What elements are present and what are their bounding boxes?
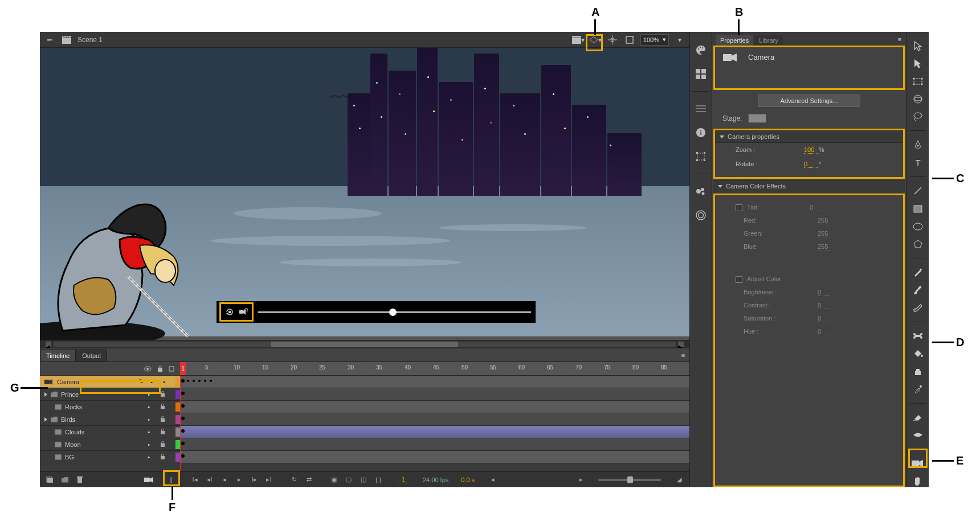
saturation-value[interactable]: 0 (818, 315, 831, 322)
keyframe-dot[interactable] (181, 417, 185, 420)
layer-color-swatch[interactable] (175, 440, 180, 449)
layer-visible-dot[interactable]: • (148, 416, 150, 423)
paint-brush-tool-icon[interactable] (910, 302, 925, 314)
onion-outline-icon[interactable]: ▢ (343, 474, 354, 486)
layer-lock-icon[interactable] (160, 416, 165, 422)
layer-color-swatch[interactable] (175, 415, 180, 424)
brush-library-icon[interactable] (694, 184, 708, 198)
layer-color-swatch[interactable] (175, 453, 180, 462)
layer-track[interactable] (180, 388, 689, 400)
tween-span[interactable] (180, 426, 689, 438)
layer-visible-dot[interactable]: • (148, 404, 150, 410)
brightness-value[interactable]: 0 (818, 289, 831, 296)
camera-tool-icon[interactable] (910, 458, 925, 470)
scroll-left-icon[interactable]: ◂ (487, 474, 499, 486)
zoom-timeline-slider[interactable] (598, 479, 661, 481)
keyframe-dot[interactable] (181, 392, 185, 395)
info-icon[interactable]: i (694, 126, 708, 139)
layer-color-swatch[interactable] (175, 427, 180, 437)
brush-tool-icon[interactable] (910, 284, 925, 296)
tab-properties[interactable]: Properties (716, 35, 753, 46)
play-icon[interactable]: ▸ (234, 474, 245, 486)
layer-track[interactable] (180, 438, 689, 450)
layer-name-cell[interactable]: Moon• (40, 438, 180, 450)
visibility-column-icon[interactable] (144, 366, 152, 372)
rectangle-tool-icon[interactable] (910, 203, 925, 215)
stage-hscroll[interactable]: ◂ ▸ (40, 340, 689, 348)
modify-markers-icon[interactable]: [ ] (373, 474, 384, 486)
tab-output[interactable]: Output (76, 350, 107, 361)
paint-bucket-tool-icon[interactable] (910, 348, 925, 360)
swatches-icon[interactable] (694, 67, 708, 81)
tint-red-value[interactable]: 255 (818, 217, 831, 224)
stage-area[interactable]: ◂ ▸ (40, 48, 689, 348)
ink-bottle-tool-icon[interactable] (910, 365, 925, 377)
timeline-ruler[interactable]: 1 510152025303540455055606570758085 (180, 362, 689, 375)
contrast-value[interactable]: 0 (818, 302, 831, 309)
lock-column-icon[interactable] (157, 365, 163, 372)
align-icon[interactable] (694, 102, 708, 116)
delete-layer-icon[interactable] (74, 474, 85, 486)
keyframe-dot[interactable] (210, 380, 212, 382)
rotate-camera-icon[interactable] (224, 306, 235, 318)
layer-name-cell[interactable]: Camera✎•• (40, 376, 180, 388)
oval-tool-icon[interactable] (910, 220, 925, 232)
keyframe-dot[interactable] (181, 379, 185, 383)
layer-name-cell[interactable]: Birds• (40, 413, 180, 425)
onion-skin-icon[interactable]: ▣ (328, 474, 340, 486)
lasso-tool-icon[interactable] (910, 110, 925, 122)
timeline-layer-row[interactable]: Rocks• (40, 401, 689, 413)
layer-visible-dot[interactable]: • (150, 379, 153, 385)
line-tool-icon[interactable] (910, 185, 925, 197)
pencil-tool-icon[interactable] (910, 266, 925, 278)
tint-green-value[interactable]: 255 (818, 230, 831, 237)
panel-menu-icon[interactable]: ≡ (893, 33, 906, 46)
width-tool-icon[interactable] (910, 429, 925, 441)
loop-range-icon[interactable]: ⇄ (303, 474, 315, 486)
layer-visible-dot[interactable]: • (148, 391, 150, 398)
layer-track[interactable] (180, 451, 689, 463)
camera-zoom-slider[interactable] (258, 311, 531, 313)
layer-lock-icon[interactable] (160, 454, 165, 460)
eyedropper-tool-icon[interactable] (910, 383, 925, 395)
layer-name-cell[interactable]: Clouds• (40, 426, 180, 438)
camera-toggle-footer-icon[interactable] (144, 474, 155, 486)
layer-track[interactable] (180, 426, 689, 438)
zoom-menu-icon[interactable]: ▾ (673, 34, 686, 46)
layer-name-cell[interactable]: BG• (40, 451, 180, 463)
layer-color-swatch[interactable] (175, 377, 180, 387)
tab-library[interactable]: Library (754, 35, 783, 46)
prev-frame-icon[interactable]: ◂I (204, 474, 215, 486)
advanced-settings-button[interactable]: Advanced Settings... (758, 94, 860, 107)
pen-tool-icon[interactable] (910, 139, 925, 151)
fps-display[interactable]: 24.00 fps (423, 476, 448, 483)
timeline-layer-row[interactable]: Clouds• (40, 426, 689, 438)
outline-column-icon[interactable] (169, 366, 174, 372)
layer-lock-icon[interactable] (160, 404, 165, 410)
expand-icon[interactable] (44, 417, 47, 422)
text-tool-icon[interactable]: T (910, 157, 925, 168)
playhead-marker[interactable]: 1 (180, 362, 186, 375)
selection-tool-icon[interactable] (910, 40, 925, 52)
timeline-layer-row[interactable]: Camera✎•• (40, 376, 689, 388)
layer-name-cell[interactable]: Rocks• (40, 401, 180, 413)
keyframe-dot[interactable] (181, 454, 185, 458)
loop-icon[interactable]: ↻ (288, 474, 300, 486)
hand-tool-icon[interactable] (910, 475, 925, 487)
timeline-layer-row[interactable]: Birds• (40, 413, 689, 426)
tint-value[interactable]: 0 (810, 204, 823, 211)
bone-tool-icon[interactable] (910, 330, 925, 342)
keyframe-dot[interactable] (193, 380, 195, 382)
keyframe-dot[interactable] (181, 404, 185, 408)
tint-blue-value[interactable]: 255 (818, 243, 831, 250)
layer-track[interactable] (180, 376, 689, 388)
tab-timeline[interactable]: Timeline (40, 350, 76, 361)
scene-clapboard-icon[interactable] (60, 34, 73, 46)
zoom-dropdown[interactable]: 100% ▾ (640, 34, 669, 46)
resize-timeline-icon[interactable]: ◢ (673, 474, 685, 486)
current-frame[interactable]: 1 (399, 476, 408, 483)
edit-scene-icon[interactable]: ▾ (572, 34, 585, 46)
layer-lock-icon[interactable] (160, 391, 165, 397)
eraser-tool-icon[interactable] (910, 412, 925, 424)
edit-multiple-icon[interactable]: ◫ (358, 474, 369, 486)
